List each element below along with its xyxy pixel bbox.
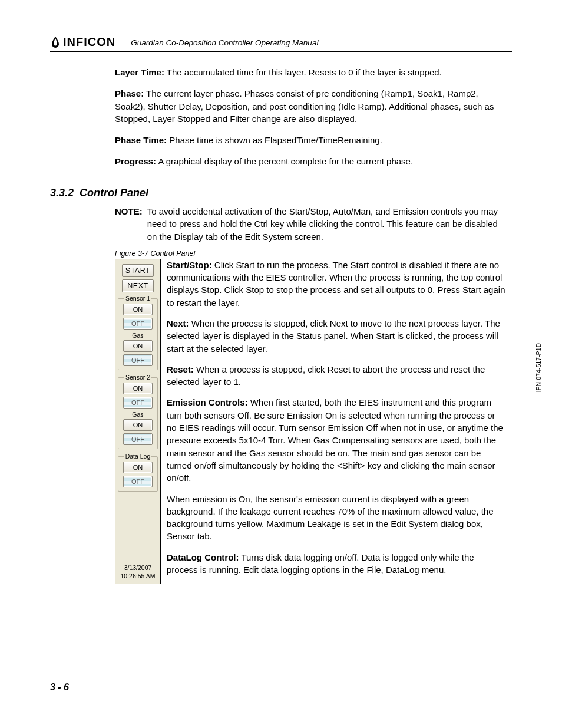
brand-logo: INFICON xyxy=(50,35,115,49)
sensor1-on-button[interactable]: ON xyxy=(123,304,153,315)
sensor2-gas-off-button[interactable]: OFF xyxy=(123,433,153,445)
desc-emission-2: When emission is On, the sensor's emissi… xyxy=(167,493,506,543)
sensor1-gas-off-button[interactable]: OFF xyxy=(123,354,153,366)
start-button[interactable]: START xyxy=(122,264,154,277)
figure-caption: Figure 3-7 Control Panel xyxy=(115,249,506,258)
def-progress: Progress: A graphical display of the per… xyxy=(115,155,506,168)
timestamp: 3/13/2007 10:26:55 AM xyxy=(121,544,156,580)
ipn-sidebar-text: IPN 074-517-P1D xyxy=(535,342,542,391)
desc-datalog: DataLog Control: Turns disk data logging… xyxy=(167,551,506,577)
def-phase: Phase: The current layer phase. Phases c… xyxy=(115,87,506,126)
datalog-group: Data Log ON OFF xyxy=(118,456,158,492)
desc-startstop: Start/Stop: Click Start to run the proce… xyxy=(167,259,506,309)
desc-reset: Reset: When a process is stopped, click … xyxy=(167,363,506,388)
datalog-off-button[interactable]: OFF xyxy=(123,476,153,487)
note-text: To avoid accidental activation of the St… xyxy=(147,205,506,243)
sensor2-group: Sensor 2 ON OFF Gas ON OFF xyxy=(118,377,158,449)
next-button[interactable]: NEXT xyxy=(122,279,154,292)
control-panel-figure: START NEXT Sensor 1 ON OFF Gas ON OFF Se… xyxy=(115,259,161,585)
desc-emission: Emission Controls: When first started, b… xyxy=(167,396,506,484)
def-layer-time: Layer Time: The accumulated time for thi… xyxy=(115,66,506,79)
sensor2-gas-on-button[interactable]: ON xyxy=(123,419,153,431)
note-label: NOTE: xyxy=(115,205,143,243)
sensor1-gas-on-button[interactable]: ON xyxy=(123,340,153,352)
droplet-icon xyxy=(50,36,61,49)
brand-text: INFICON xyxy=(63,35,115,49)
datalog-on-button[interactable]: ON xyxy=(123,462,153,473)
page-header: INFICON Guardian Co-Deposition Controlle… xyxy=(50,34,512,52)
sensor1-off-button[interactable]: OFF xyxy=(123,318,153,330)
note-block: NOTE: To avoid accidental activation of … xyxy=(115,205,506,243)
section-heading: 3.3.2 Control Panel xyxy=(50,187,506,199)
doc-title: Guardian Co-Deposition Controller Operat… xyxy=(131,38,318,48)
page-number: 3 - 6 xyxy=(50,677,512,693)
sensor2-on-button[interactable]: ON xyxy=(123,383,153,394)
sensor1-group: Sensor 1 ON OFF Gas ON OFF xyxy=(118,298,158,370)
sensor2-off-button[interactable]: OFF xyxy=(123,397,153,409)
def-phase-time: Phase Time: Phase time is shown as Elaps… xyxy=(115,134,506,147)
desc-next: Next: When the process is stopped, click… xyxy=(167,317,506,355)
